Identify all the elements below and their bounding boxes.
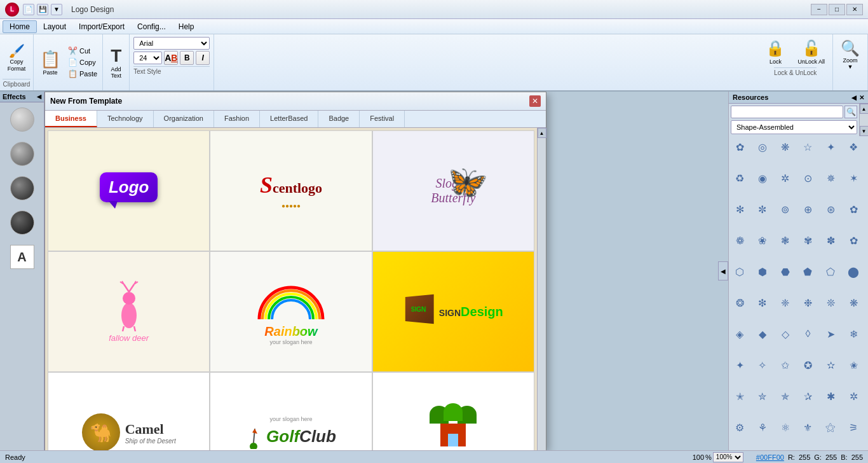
resources-dock-icon[interactable]: ◀	[851, 94, 857, 101]
tab-letterbased[interactable]: LetterBased	[260, 111, 318, 127]
cut-button[interactable]: ✂️ Cut	[65, 46, 100, 56]
shape-item[interactable]: ◆	[754, 325, 771, 343]
shape-item[interactable]: ⚜	[799, 418, 817, 436]
resources-search-button[interactable]: 🔍	[844, 106, 857, 118]
shape-item[interactable]: ➤	[822, 325, 839, 343]
effect-circle-3[interactable]	[10, 176, 34, 200]
tab-fashion[interactable]: Fashion	[214, 111, 260, 127]
zoom-select[interactable]: 100% 50% 200%	[713, 452, 743, 462]
shape-item[interactable]: ❃	[776, 232, 794, 249]
shape-item[interactable]: ⬠	[822, 263, 839, 280]
copy-button[interactable]: 📄 Copy	[65, 57, 100, 67]
resources-close-icon[interactable]: ✕	[859, 94, 864, 101]
shape-item[interactable]: ✽	[822, 232, 839, 249]
shape-item[interactable]: ⬤	[844, 263, 862, 280]
tab-technology[interactable]: Technology	[97, 111, 154, 127]
new-icon[interactable]: 📄	[23, 4, 34, 15]
shape-item[interactable]: ⊕	[799, 200, 817, 218]
paste-button[interactable]: 📋 Paste	[36, 37, 64, 88]
template-fallow-deer[interactable]: fallow deer	[48, 251, 210, 372]
shape-item[interactable]: ◉	[754, 169, 771, 187]
shape-item[interactable]: ✮	[754, 387, 771, 405]
shape-item[interactable]: ✦	[822, 138, 839, 156]
menu-importexport[interactable]: Import/Export	[72, 21, 131, 32]
effect-a-icon[interactable]: A	[10, 245, 34, 269]
shape-item[interactable]: ✿	[844, 200, 862, 218]
effects-collapse[interactable]: ◀	[37, 93, 41, 100]
close-button[interactable]: ✕	[846, 4, 863, 15]
minimize-button[interactable]: −	[811, 4, 827, 15]
shape-item[interactable]: ✭	[731, 387, 749, 405]
resources-scroll-down[interactable]: ▼	[860, 126, 869, 136]
scroll-up-button[interactable]: ▲	[538, 128, 546, 138]
shape-item[interactable]: ☆	[799, 138, 817, 156]
font-size-select[interactable]: 24 12 18 36	[133, 52, 162, 64]
menu-layout[interactable]: Layout	[37, 21, 72, 32]
shape-item[interactable]: ◇	[776, 325, 794, 343]
shape-item[interactable]: ❂	[731, 294, 749, 312]
shape-item[interactable]: ⬡	[731, 263, 749, 280]
quick-access-dropdown[interactable]: ▼	[51, 4, 62, 15]
template-camel[interactable]: 🐪 Camel Ship of the Desert	[48, 372, 210, 450]
menu-home[interactable]: Home	[3, 20, 37, 33]
shape-item[interactable]: ✯	[776, 387, 794, 405]
shape-item[interactable]: ❊	[822, 294, 839, 312]
template-signdesign[interactable]: SIGN SIGNDesign	[372, 251, 534, 372]
unlock-button[interactable]: 🔓 UnLock All	[792, 37, 830, 67]
effect-item-2[interactable]	[0, 137, 44, 171]
zoom-button[interactable]: 🔍 Zoom ▼	[838, 37, 862, 73]
shape-item[interactable]: ◈	[731, 325, 749, 343]
shape-item[interactable]: ⊛	[822, 200, 839, 218]
shape-item[interactable]: ✵	[822, 169, 839, 187]
resources-expand-button[interactable]: ◀	[718, 261, 728, 280]
effect-circle-4[interactable]	[10, 211, 34, 235]
template-rainbow[interactable]: Rainbow your slogan here	[210, 251, 372, 372]
shape-item[interactable]: ⬣	[776, 263, 794, 280]
shape-item[interactable]: ⚛	[776, 418, 794, 436]
shape-item[interactable]: ♻	[731, 169, 749, 187]
shape-item[interactable]: ⊙	[799, 169, 817, 187]
shape-item[interactable]: ❋	[844, 294, 862, 312]
shape-item[interactable]: ❉	[799, 294, 817, 312]
shape-item[interactable]: ✿	[731, 138, 749, 156]
shape-item[interactable]: ⚞	[844, 418, 862, 436]
dialog-close-button[interactable]: ✕	[529, 95, 541, 107]
shape-item[interactable]: ❋	[776, 138, 794, 156]
shape-item[interactable]: ✦	[731, 356, 749, 374]
effect-circle-1[interactable]	[10, 107, 34, 132]
shape-item[interactable]: ⚝	[822, 418, 839, 436]
copy-format-button[interactable]: 🖌️ Copy Format	[3, 37, 31, 79]
effect-item-a[interactable]: A	[0, 240, 44, 274]
add-text-button[interactable]: T AddText	[108, 43, 124, 81]
shape-item[interactable]: ✻	[731, 200, 749, 218]
resources-scroll-up[interactable]: ▲	[860, 104, 869, 114]
template-slogan-butterfly[interactable]: Slogan Butterfly 🦋	[372, 130, 534, 251]
effect-item-3[interactable]	[0, 171, 44, 205]
shape-item[interactable]: ⊚	[776, 200, 794, 218]
shape-item[interactable]: ✰	[799, 387, 817, 405]
text-color-button[interactable]: AB	[164, 51, 178, 65]
menu-help[interactable]: Help	[172, 21, 201, 32]
shape-item[interactable]: ✶	[844, 169, 862, 187]
shape-item[interactable]: ✫	[822, 356, 839, 374]
shape-item[interactable]: ✧	[754, 356, 771, 374]
shape-item[interactable]: ❈	[776, 294, 794, 312]
shape-item[interactable]: ⚙	[731, 418, 749, 436]
shape-item[interactable]: ✾	[799, 232, 817, 249]
shape-item[interactable]: ❇	[754, 294, 771, 312]
shape-item[interactable]: ❄	[844, 325, 862, 343]
shape-item[interactable]: ❁	[731, 232, 749, 249]
italic-button[interactable]: I	[196, 51, 210, 65]
effect-circle-2[interactable]	[10, 142, 34, 166]
menu-config[interactable]: Config...	[131, 21, 172, 32]
shape-item[interactable]: ✿	[844, 232, 862, 249]
template-logo-bubble[interactable]: Logo	[48, 130, 210, 251]
shape-item[interactable]: ✩	[776, 356, 794, 374]
shape-item[interactable]: ✲	[776, 169, 794, 187]
shape-item[interactable]: ❖	[844, 138, 862, 156]
template-golfclub[interactable]: your slogan here GolfClub	[210, 372, 372, 450]
shape-item[interactable]: ✼	[754, 200, 771, 218]
tab-festival[interactable]: Festival	[360, 111, 405, 127]
shape-item[interactable]: ❀	[754, 232, 771, 249]
shape-item[interactable]: ◊	[799, 325, 817, 343]
